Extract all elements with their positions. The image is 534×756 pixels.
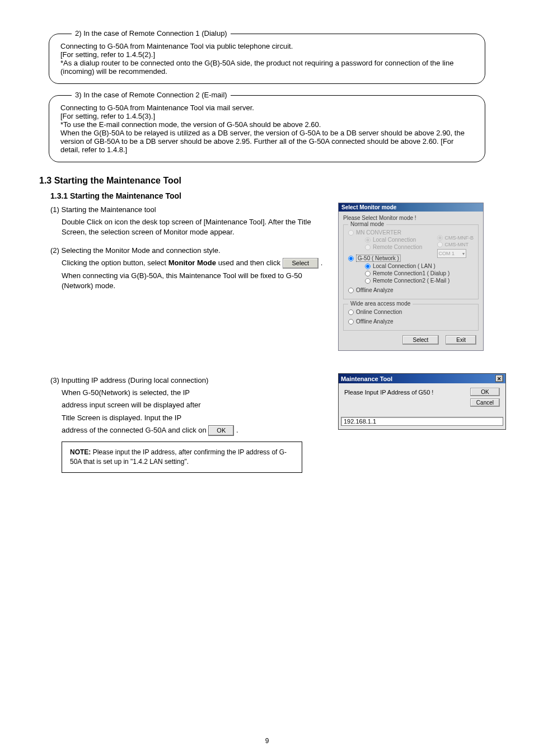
box1-p3: *As a dialup router to be connected onto… xyxy=(60,59,474,76)
chevron-down-icon: ▾ xyxy=(462,251,465,256)
g50-r1-label: Remote Connection1 ( Dialup ) xyxy=(373,270,449,276)
dialog-titlebar: Select Monitor mode xyxy=(339,203,483,212)
g50-local-label: Local Connection ( LAN ) xyxy=(373,263,435,269)
step3-b: address input screen will be displayed a… xyxy=(62,400,327,410)
cms-mnt-label: CMS-MNT xyxy=(445,242,469,247)
section-1-3: 1.3 Starting the Maintenance Tool xyxy=(39,176,506,186)
wide-area-fieldset: Wide area access mode Online Connection … xyxy=(343,304,479,331)
note-text: Please input the IP address, after confi… xyxy=(70,448,287,466)
section-1-3-1: 1.3.1 Starting the Maintenance Tool xyxy=(50,191,506,200)
ip-dialog-titlebar: Maintenance Tool ✕ xyxy=(339,374,505,383)
box1-p2: [For setting, refer to 1.4.5(2).] xyxy=(60,50,474,59)
exit-button[interactable]: Exit xyxy=(446,335,476,345)
g50-remote2-radio[interactable]: Remote Connection2 ( E-Mail ) xyxy=(365,278,474,284)
offline-analyze-radio[interactable]: Offline Analyze xyxy=(348,287,474,293)
box1-p1: Connecting to G-50A from Maintenance Too… xyxy=(60,42,474,50)
box2-p1: Connecting to G-50A from Maintenance Too… xyxy=(60,104,474,112)
step2-d: . xyxy=(321,259,323,267)
g50-remote1-radio[interactable]: Remote Connection1 ( Dialup ) xyxy=(365,270,474,276)
offline2-label: Offline Analyze xyxy=(356,318,394,325)
step3-e: . xyxy=(236,426,238,434)
note-label: NOTE: xyxy=(70,448,91,456)
ip-address-input[interactable] xyxy=(341,417,503,426)
note-box: NOTE: Please input the IP address, after… xyxy=(62,442,302,473)
mn-remote-label: Remote Connection xyxy=(373,244,422,250)
box-label-2: 3) In the case of Remote Connection 2 (E… xyxy=(72,91,231,99)
cms-column: CMS-MNF-B CMS-MNT COM 1 ▾ xyxy=(437,234,474,258)
g50-local-radio[interactable]: Local Connection ( LAN ) xyxy=(365,263,474,269)
step3-line-d: address of the connected G-50A and click… xyxy=(62,425,327,436)
step2-e: When connecting via G(B)-50A, this Maint… xyxy=(62,271,327,291)
close-icon[interactable]: ✕ xyxy=(495,375,503,382)
page-number: 9 xyxy=(0,737,534,745)
offline-analyze2-radio[interactable]: Offline Analyze xyxy=(348,318,474,325)
step3-label: (3) Inputting IP address (During local c… xyxy=(50,375,327,386)
box2-p2: [For setting, refer to 1.4.5(3).] xyxy=(60,112,474,120)
select-button-inline[interactable]: Select xyxy=(283,258,319,269)
cms-mnf-b-label: CMS-MNF-B xyxy=(445,235,474,241)
step3-d: address of the connected G-50A and click… xyxy=(62,426,207,434)
step2-b: Monitor Mode xyxy=(168,259,216,267)
step1-label: (1) Starting the Maintenance tool xyxy=(50,205,327,215)
step2-text: Clicking the option button, select Monit… xyxy=(62,258,327,269)
com-port-select: COM 1 ▾ xyxy=(437,249,466,258)
ok-button-inline[interactable]: OK xyxy=(208,425,234,436)
remote-connection-1-box: 2) In the case of Remote Connection 1 (D… xyxy=(49,34,485,84)
dialog-prompt: Please Select Monitor mode ! xyxy=(343,215,479,221)
ok-button[interactable]: OK xyxy=(470,388,500,396)
cms-mnt-radio: CMS-MNT xyxy=(437,242,474,247)
wide-area-label: Wide area access mode xyxy=(348,300,413,307)
g50-r2-label: Remote Connection2 ( E-Mail ) xyxy=(373,278,449,284)
step2-c: used and then click xyxy=(218,259,283,267)
cms-mnf-b-radio: CMS-MNF-B xyxy=(437,235,474,241)
ip-address-dialog: Maintenance Tool ✕ Please Input IP Addre… xyxy=(338,373,506,430)
mn-local-label: Local Connection xyxy=(373,237,416,243)
step1-text: Double Click on icon the desk top screen… xyxy=(62,217,327,237)
box2-p3b: When the G(B)-50A to be relayed is utili… xyxy=(60,129,474,154)
box-label-1: 2) In the case of Remote Connection 1 (D… xyxy=(72,29,231,37)
mn-converter-label: MN CONVERTER xyxy=(356,229,401,236)
step2-a: Clicking the option button, select xyxy=(62,259,168,267)
step3-a: When G-50(Network) is selected, the IP xyxy=(62,388,327,398)
offline-label: Offline Analyze xyxy=(356,287,394,293)
ip-dialog-title: Maintenance Tool xyxy=(341,375,392,382)
online-label: Online Connection xyxy=(356,309,402,315)
online-connection-radio[interactable]: Online Connection xyxy=(348,309,474,315)
select-monitor-mode-dialog: Select Monitor mode Please Select Monito… xyxy=(338,203,484,351)
dialog-title: Select Monitor mode xyxy=(341,204,396,210)
box2-p3a: *To use the E-mail connection mode, the … xyxy=(60,120,474,129)
normal-mode-fieldset: Normal mode MN CONVERTER Local Connectio… xyxy=(343,224,479,299)
remote-connection-2-box: 3) In the case of Remote Connection 2 (E… xyxy=(49,95,485,162)
com-port-value: COM 1 xyxy=(439,251,455,256)
g50-label: G-50 ( Network ) xyxy=(356,255,401,262)
step3-c: Title Screen is displayed. Input the IP xyxy=(62,413,327,423)
select-button[interactable]: Select xyxy=(402,335,439,345)
cancel-button[interactable]: Cancel xyxy=(470,398,500,407)
step2-label: (2) Selecting the Monitor Mode and conne… xyxy=(50,246,327,256)
normal-mode-label: Normal mode xyxy=(348,221,386,227)
